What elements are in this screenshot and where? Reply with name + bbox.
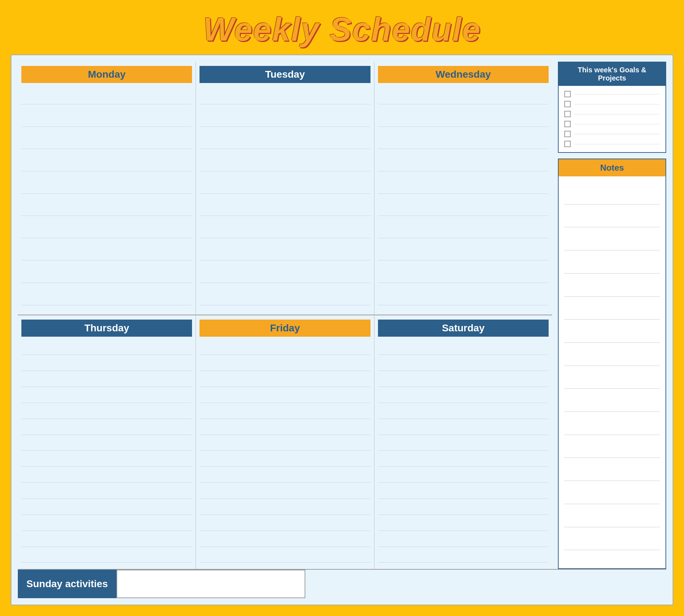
- checkbox-3[interactable]: [564, 111, 571, 117]
- line: [21, 272, 192, 283]
- notes-line: [564, 333, 660, 343]
- line: [378, 440, 549, 451]
- bottom-section: Sunday activities: [18, 569, 666, 598]
- monday-lines: [21, 88, 192, 311]
- line: [200, 138, 370, 149]
- wednesday-label: Wednesday: [378, 66, 549, 83]
- checkbox-row: [564, 121, 660, 127]
- line: [378, 205, 549, 216]
- main-content: Monday: [11, 55, 673, 605]
- page-title: Weekly Schedule: [11, 11, 673, 48]
- line: [21, 552, 192, 563]
- line: [378, 138, 549, 149]
- sunday-activities-box[interactable]: [116, 570, 305, 598]
- days-grid: Monday: [18, 62, 552, 569]
- notes-body: [559, 176, 665, 568]
- saturday-col: Saturday: [374, 315, 552, 569]
- line: [200, 520, 370, 531]
- notes-line: [564, 240, 660, 250]
- friday-col: Friday: [196, 315, 374, 569]
- days-row-2: Thursday: [18, 315, 552, 569]
- line: [378, 488, 549, 499]
- line: [21, 408, 192, 419]
- notes-line: [564, 540, 660, 550]
- line: [378, 161, 549, 171]
- checkbox-line: [574, 144, 660, 144]
- line: [378, 360, 549, 371]
- line: [21, 116, 192, 127]
- notes-box: Notes: [558, 159, 666, 569]
- checkbox-row: [564, 101, 660, 107]
- notes-line: [564, 195, 660, 205]
- line: [200, 295, 370, 305]
- line: [21, 472, 192, 483]
- line: [378, 456, 549, 467]
- wednesday-lines: [378, 88, 549, 311]
- line: [200, 456, 370, 467]
- top-section: Monday: [18, 62, 666, 569]
- line: [378, 536, 549, 547]
- friday-lines: [200, 342, 370, 565]
- line: [21, 392, 192, 403]
- checkbox-line: [574, 124, 660, 124]
- days-row-1: Monday: [18, 62, 552, 315]
- line: [21, 360, 192, 371]
- right-panel: This week's Goals & Projects: [552, 62, 666, 569]
- line: [200, 344, 370, 355]
- line: [21, 138, 192, 149]
- checkbox-4[interactable]: [564, 121, 571, 127]
- line: [378, 472, 549, 483]
- line: [21, 295, 192, 305]
- line: [378, 552, 549, 563]
- friday-label: Friday: [200, 320, 370, 337]
- line: [378, 376, 549, 387]
- checkbox-line: [574, 94, 660, 94]
- line: [21, 344, 192, 355]
- line: [21, 504, 192, 515]
- checkbox-1[interactable]: [564, 91, 571, 97]
- notes-line: [564, 287, 660, 297]
- checkbox-5[interactable]: [564, 131, 571, 137]
- header: Weekly Schedule: [11, 7, 673, 55]
- saturday-lines: [378, 342, 549, 565]
- line: [200, 504, 370, 515]
- line: [200, 228, 370, 238]
- notes-line: [564, 494, 660, 504]
- line: [378, 94, 549, 104]
- line: [200, 536, 370, 547]
- line: [378, 344, 549, 355]
- thursday-lines: [21, 342, 192, 565]
- line: [21, 228, 192, 238]
- line: [200, 424, 370, 435]
- line: [378, 520, 549, 531]
- line: [378, 392, 549, 403]
- line: [378, 250, 549, 260]
- goals-header: This week's Goals & Projects: [559, 62, 665, 86]
- notes-line: [564, 356, 660, 366]
- checkbox-2[interactable]: [564, 101, 571, 107]
- line: [378, 116, 549, 127]
- tuesday-label: Tuesday: [200, 66, 370, 83]
- page-wrapper: Weekly Schedule Monday: [0, 0, 684, 616]
- line: [378, 424, 549, 435]
- notes-line: [564, 379, 660, 389]
- line: [200, 488, 370, 499]
- notes-line: [564, 448, 660, 458]
- line: [378, 504, 549, 515]
- notes-header: Notes: [559, 159, 665, 176]
- monday-col: Monday: [18, 62, 196, 315]
- checkbox-line: [574, 134, 660, 134]
- checkbox-row: [564, 111, 660, 117]
- notes-line: [564, 425, 660, 435]
- line: [21, 94, 192, 104]
- monday-label: Monday: [21, 66, 192, 83]
- wednesday-col: Wednesday: [374, 62, 552, 315]
- line: [200, 94, 370, 104]
- line: [200, 472, 370, 483]
- tuesday-lines: [200, 88, 370, 311]
- checkbox-6[interactable]: [564, 141, 571, 147]
- line: [200, 250, 370, 260]
- line: [21, 161, 192, 171]
- line: [378, 183, 549, 194]
- notes-line: [564, 310, 660, 320]
